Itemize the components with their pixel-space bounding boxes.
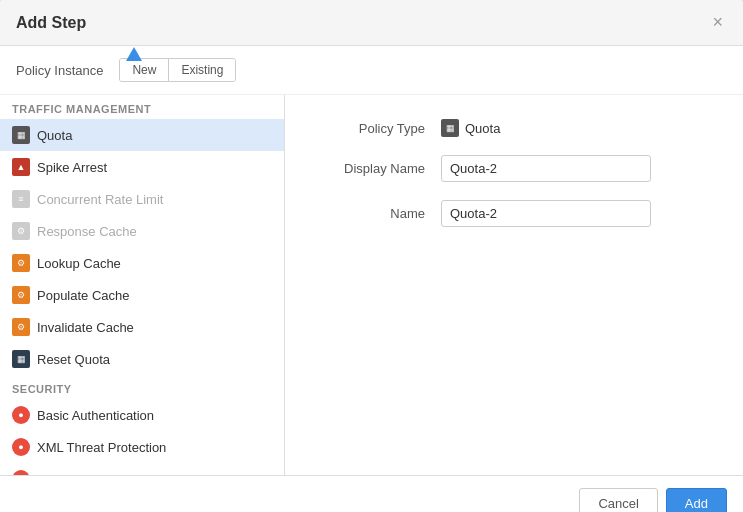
policy-instance-label: Policy Instance xyxy=(16,63,103,78)
sidebar: TRAFFIC MANAGEMENT ▦ Quota ▲ Spike Arres… xyxy=(0,95,285,475)
sidebar-item-spike-arrest[interactable]: ▲ Spike Arrest xyxy=(0,151,284,183)
quota-icon: ▦ xyxy=(12,126,30,144)
existing-button[interactable]: Existing xyxy=(169,59,235,81)
display-name-input[interactable] xyxy=(441,155,651,182)
reset-quota-icon: ▦ xyxy=(12,350,30,368)
policy-instance-toggle: New Existing xyxy=(119,58,236,82)
close-button[interactable]: × xyxy=(708,12,727,33)
name-input[interactable] xyxy=(441,200,651,227)
display-name-row: Display Name xyxy=(315,155,713,182)
display-name-label: Display Name xyxy=(315,161,425,176)
sidebar-item-label-response-cache: Response Cache xyxy=(37,224,137,239)
policy-type-icon: ▦ xyxy=(441,119,459,137)
sidebar-item-invalidate-cache[interactable]: ⚙ Invalidate Cache xyxy=(0,311,284,343)
name-label: Name xyxy=(315,206,425,221)
sidebar-item-label-json-threat: JSON Threat Protection xyxy=(37,472,175,476)
invalidate-cache-icon: ⚙ xyxy=(12,318,30,336)
policy-type-label: Policy Type xyxy=(315,121,425,136)
concurrent-rate-limit-icon: ≡ xyxy=(12,190,30,208)
policy-type-value: ▦ Quota xyxy=(441,119,500,137)
sidebar-item-label-xml-threat: XML Threat Protection xyxy=(37,440,166,455)
sidebar-item-lookup-cache[interactable]: ⚙ Lookup Cache xyxy=(0,247,284,279)
sidebar-item-json-threat[interactable]: ● JSON Threat Protection xyxy=(0,463,284,475)
modal-title: Add Step xyxy=(16,14,86,32)
sidebar-item-label-populate-cache: Populate Cache xyxy=(37,288,130,303)
sidebar-item-basic-auth[interactable]: ● Basic Authentication xyxy=(0,399,284,431)
sidebar-item-xml-threat[interactable]: ● XML Threat Protection xyxy=(0,431,284,463)
policy-type-row: Policy Type ▦ Quota xyxy=(315,119,713,137)
detail-panel: Policy Type ▦ Quota Display Name Name xyxy=(285,95,743,475)
sidebar-item-populate-cache[interactable]: ⚙ Populate Cache xyxy=(0,279,284,311)
add-button[interactable]: Add xyxy=(666,488,727,512)
sidebar-item-concurrent-rate-limit: ≡ Concurrent Rate Limit xyxy=(0,183,284,215)
cancel-button[interactable]: Cancel xyxy=(579,488,657,512)
modal-body: TRAFFIC MANAGEMENT ▦ Quota ▲ Spike Arres… xyxy=(0,95,743,475)
json-threat-icon: ● xyxy=(12,470,30,475)
basic-auth-icon: ● xyxy=(12,406,30,424)
sidebar-item-label-spike-arrest: Spike Arrest xyxy=(37,160,107,175)
sidebar-item-label-quota: Quota xyxy=(37,128,72,143)
modal-footer: Cancel Add xyxy=(0,475,743,512)
modal-header: Add Step × xyxy=(0,0,743,46)
sidebar-item-label-concurrent-rate-limit: Concurrent Rate Limit xyxy=(37,192,163,207)
sidebar-item-label-reset-quota: Reset Quota xyxy=(37,352,110,367)
sidebar-item-label-invalidate-cache: Invalidate Cache xyxy=(37,320,134,335)
sidebar-item-label-basic-auth: Basic Authentication xyxy=(37,408,154,423)
add-step-modal: Add Step × Policy Instance New Existing … xyxy=(0,0,743,512)
new-button[interactable]: New xyxy=(120,59,169,81)
response-cache-icon: ⚙ xyxy=(12,222,30,240)
sidebar-item-quota[interactable]: ▦ Quota xyxy=(0,119,284,151)
lookup-cache-icon: ⚙ xyxy=(12,254,30,272)
name-row: Name xyxy=(315,200,713,227)
sidebar-item-reset-quota[interactable]: ▦ Reset Quota xyxy=(0,343,284,375)
sidebar-item-response-cache: ⚙ Response Cache xyxy=(0,215,284,247)
spike-arrest-icon: ▲ xyxy=(12,158,30,176)
populate-cache-icon: ⚙ xyxy=(12,286,30,304)
sidebar-item-label-lookup-cache: Lookup Cache xyxy=(37,256,121,271)
section-label-traffic: TRAFFIC MANAGEMENT xyxy=(0,95,284,119)
xml-threat-icon: ● xyxy=(12,438,30,456)
policy-instance-row: Policy Instance New Existing xyxy=(0,46,743,95)
section-label-security: SECURITY xyxy=(0,375,284,399)
